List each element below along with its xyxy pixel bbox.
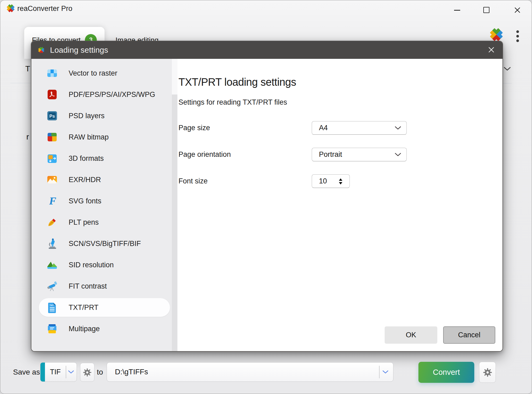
vector-raster-icon [46,67,58,79]
font-f-icon: F [46,195,58,207]
chevron-down-icon [395,153,401,157]
chevron-down-icon [68,370,74,374]
sidebar-item-raw-bitmap[interactable]: RAW bitmap [31,126,172,148]
chevron-down-icon [383,370,388,374]
sidebar-item-sid-resolution[interactable]: SID resolution [31,254,172,276]
sidebar-item-pdf-eps[interactable]: PDF/EPS/PS/AI/XPS/WPG [31,84,172,105]
sidebar-item-scn-svs[interactable]: SCN/SVS/BigTIFF/BIF [31,233,172,254]
page-title: TXT/PRT loading settings [178,76,296,88]
sidebar-item-psd-layers[interactable]: Ps PSD layers [31,105,172,126]
page-size-label: Page size [178,121,210,135]
output-path-value: D:\gTIFFs [115,363,148,381]
sidebar-item-multipage[interactable]: Multipage [31,318,172,339]
scrollbar-thumb[interactable] [172,59,177,95]
svg-text:Ps: Ps [49,114,55,119]
sidebar-item-svg-fonts[interactable]: F SVG fonts [31,190,172,212]
page-orientation-label: Page orientation [178,148,231,161]
cancel-button[interactable]: Cancel [443,326,495,344]
app-logo-icon [6,3,16,13]
multipage-drawer-icon [46,323,58,335]
app-title: reaConverter Pro [17,0,72,17]
maximize-button[interactable] [483,7,489,13]
sidebar-item-exr-hdr[interactable]: EXR/HDR [31,169,172,190]
reaconverter-logo-icon [488,26,505,43]
spinner-up-icon[interactable] [339,178,342,181]
save-as-label: Save as [13,368,40,377]
dialog-main-panel: TXT/PRT loading settings Settings for re… [177,59,502,351]
photoshop-icon: Ps [46,110,58,122]
svg-text:F: F [49,195,56,207]
sidebar-item-3d-formats[interactable]: 3D formats [31,148,172,169]
sidebar-item-fit-contrast[interactable]: FIT contrast [31,276,172,297]
format-value: TIF [45,363,66,381]
svg-text:TXT: TXT [49,304,54,307]
background-text-fragment: T [25,64,30,73]
output-path-select[interactable]: D:\gTIFFs [107,362,393,382]
background-divider [10,83,31,83]
loading-settings-dialog: Loading settings Vector to raster [31,41,503,352]
spinner-down-icon[interactable] [339,182,342,184]
pdf-icon [46,89,58,100]
close-button[interactable] [514,7,521,14]
page-size-value: A4 [319,124,328,132]
divider [379,366,380,378]
txt-document-icon: TXT [46,302,58,313]
microscope-icon [46,238,58,249]
dialog-close-icon[interactable] [488,46,495,53]
telescope-icon [46,280,58,292]
sidebar-item-txt-prt[interactable]: TXT TXT/PRT [31,297,172,318]
divider [66,366,66,378]
page-orientation-dropdown[interactable]: Portrait [312,148,407,161]
minimize-button[interactable] [454,10,460,11]
dialog-logo-icon [37,46,45,54]
page-orientation-value: Portrait [319,150,342,159]
app-window: reaConverter Pro Files to convert 3 Imag… [0,0,532,394]
page-size-dropdown[interactable]: A4 [312,121,407,135]
convert-button[interactable]: Convert [418,362,474,383]
format-settings-button[interactable] [80,363,94,382]
font-size-value: 10 [319,177,327,185]
sidebar-item-vector-to-raster[interactable]: Vector to raster [31,63,172,84]
format-accent-bar [40,363,45,381]
advanced-settings-button[interactable] [479,362,496,383]
menu-kebab-icon[interactable] [516,30,519,42]
dialog-titlebar: Loading settings [31,41,502,59]
format-select[interactable]: TIF [40,362,77,382]
background-divider [503,83,512,84]
sidebar-scrollbar[interactable] [172,59,177,351]
page-subtitle: Settings for reading TXT/PRT files [178,98,287,106]
3d-cube-icon [46,153,58,164]
pen-nib-icon [46,216,58,228]
font-size-label: Font size [178,174,208,188]
background-text-fragment: r [26,132,29,141]
ok-button[interactable]: OK [385,326,437,344]
hdr-image-icon [46,174,58,186]
to-label: to [97,368,103,377]
sidebar-item-plt-pens[interactable]: PLT pens [31,212,172,233]
raw-bitmap-icon [46,131,58,143]
dialog-title: Loading settings [50,46,108,55]
chevron-down-icon [395,126,401,130]
collapse-chevron-icon[interactable] [504,67,511,71]
dialog-sidebar: Vector to raster PDF/EPS/PS/AI/XPS/WPG P… [31,59,172,351]
mountains-icon [46,259,58,271]
font-size-spinner[interactable]: 10 [312,174,350,188]
